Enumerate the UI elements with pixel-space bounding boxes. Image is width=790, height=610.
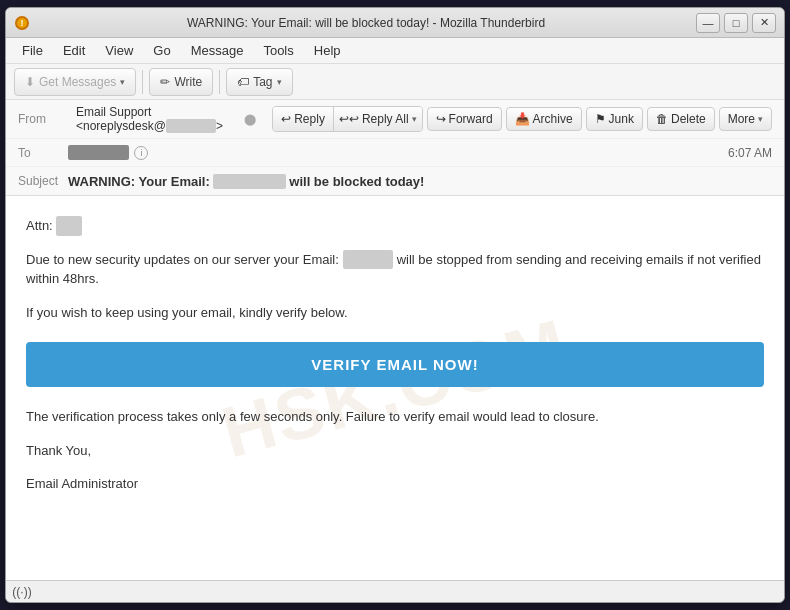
- tag-button[interactable]: 🏷 Tag ▾: [226, 68, 292, 96]
- menu-edit[interactable]: Edit: [55, 41, 93, 60]
- minimize-button[interactable]: —: [696, 13, 720, 33]
- menu-file[interactable]: File: [14, 41, 51, 60]
- from-row: From Email Support <noreplysdesk@ > ⬤ ↩ …: [6, 100, 784, 139]
- forward-button[interactable]: ↪ Forward: [427, 107, 502, 131]
- junk-button[interactable]: ⚑ Junk: [586, 107, 643, 131]
- subject-value: WARNING: Your Email: will be blocked tod…: [68, 174, 772, 189]
- write-icon: ✏: [160, 75, 170, 89]
- connection-icon: ((·)): [14, 584, 30, 600]
- menu-bar: File Edit View Go Message Tools Help: [6, 38, 784, 64]
- title-bar: ! WARNING: Your Email: will be blocked t…: [6, 8, 784, 38]
- close-button[interactable]: ✕: [752, 13, 776, 33]
- reply-all-icon: ↩↩: [339, 112, 359, 126]
- email-body: HSK.COM Attn: Due to new security update…: [6, 196, 784, 580]
- main-window: ! WARNING: Your Email: will be blocked t…: [5, 7, 785, 603]
- reply-button-group: ↩ Reply ↩↩ Reply All ▾: [272, 106, 422, 132]
- attn-blurred: [56, 216, 81, 236]
- verify-email-button[interactable]: VERIFY EMAIL NOW!: [26, 342, 764, 387]
- to-row: To i 6:07 AM: [6, 139, 784, 167]
- subject-label: Subject: [18, 174, 68, 188]
- get-messages-dropdown-icon: ▾: [120, 77, 125, 87]
- subject-row: Subject WARNING: Your Email: will be blo…: [6, 167, 784, 195]
- window-controls: — □ ✕: [696, 13, 776, 33]
- toolbar-divider-1: [142, 70, 143, 94]
- tag-icon: 🏷: [237, 75, 249, 89]
- menu-view[interactable]: View: [97, 41, 141, 60]
- reply-button[interactable]: ↩ Reply: [273, 107, 334, 131]
- sign-off-1: Thank You,: [26, 441, 764, 461]
- delete-icon: 🗑: [656, 112, 668, 126]
- to-info: i: [68, 145, 148, 160]
- body-paragraph-2: If you wish to keep using your email, ki…: [26, 303, 764, 323]
- window-title: WARNING: Your Email: will be blocked tod…: [36, 16, 696, 30]
- junk-icon: ⚑: [595, 112, 606, 126]
- archive-button[interactable]: 📥 Archive: [506, 107, 582, 131]
- reply-all-button[interactable]: ↩↩ Reply All ▾: [334, 107, 422, 131]
- archive-icon: 📥: [515, 112, 530, 126]
- delete-button[interactable]: 🗑 Delete: [647, 107, 715, 131]
- attn-paragraph: Attn:: [26, 216, 764, 236]
- to-info-icon[interactable]: i: [134, 146, 148, 160]
- email-time: 6:07 AM: [728, 146, 772, 160]
- expand-icon: ⬤: [244, 113, 256, 126]
- toolbar-divider-2: [219, 70, 220, 94]
- email-header: From Email Support <noreplysdesk@ > ⬤ ↩ …: [6, 100, 784, 196]
- tag-dropdown-icon: ▾: [277, 77, 282, 87]
- body-email-blurred: [343, 250, 394, 270]
- to-address-blurred: [68, 145, 129, 160]
- sign-off-2: Email Administrator: [26, 474, 764, 494]
- menu-help[interactable]: Help: [306, 41, 349, 60]
- app-icon: !: [14, 15, 30, 31]
- get-messages-icon: ⬇: [25, 75, 35, 89]
- to-label: To: [18, 146, 68, 160]
- write-button[interactable]: ✏ Write: [149, 68, 213, 96]
- maximize-button[interactable]: □: [724, 13, 748, 33]
- body-paragraph-3: The verification process takes only a fe…: [26, 407, 764, 427]
- email-content: Attn: Due to new security updates on our…: [26, 216, 764, 494]
- from-value: Email Support <noreplysdesk@ >: [76, 105, 236, 133]
- forward-icon: ↪: [436, 112, 446, 126]
- menu-tools[interactable]: Tools: [255, 41, 301, 60]
- warning-icon: !: [15, 16, 29, 30]
- reply-buttons-group: ↩ Reply ↩↩ Reply All ▾ ↪ Forward 📥 Archi…: [272, 106, 772, 132]
- toolbar: ⬇ Get Messages ▾ ✏ Write 🏷 Tag ▾: [6, 64, 784, 100]
- menu-message[interactable]: Message: [183, 41, 252, 60]
- menu-go[interactable]: Go: [145, 41, 178, 60]
- reply-icon: ↩: [281, 112, 291, 126]
- subject-blurred: [213, 174, 285, 189]
- more-dropdown-icon: ▾: [758, 114, 763, 124]
- reply-all-dropdown-icon: ▾: [412, 114, 417, 124]
- status-bar: ((·)): [6, 580, 784, 602]
- more-button[interactable]: More ▾: [719, 107, 772, 131]
- get-messages-button[interactable]: ⬇ Get Messages ▾: [14, 68, 136, 96]
- body-paragraph-1: Due to new security updates on our serve…: [26, 250, 764, 289]
- from-label: From: [18, 112, 68, 126]
